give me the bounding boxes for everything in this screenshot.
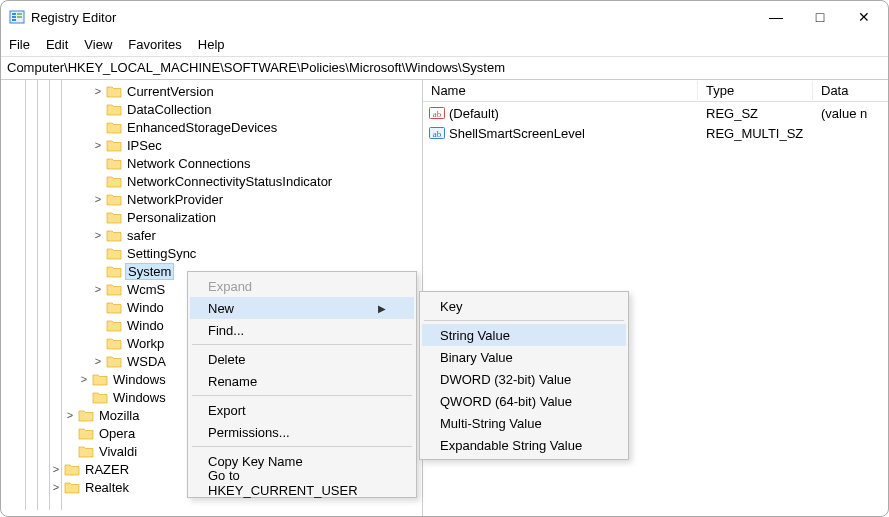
tree-node-label: SettingSync — [125, 246, 198, 261]
menu-item-label: QWORD (64-bit) Value — [440, 394, 572, 409]
tree-node-label: Vivaldi — [97, 444, 139, 459]
menu-item[interactable]: Permissions... — [190, 421, 414, 443]
chevron-right-icon: ▶ — [360, 303, 386, 314]
folder-icon — [92, 372, 108, 386]
menu-item-label: String Value — [440, 328, 510, 343]
folder-icon — [106, 174, 122, 188]
menu-item-label: New — [208, 301, 234, 316]
menu-item: Expand — [190, 275, 414, 297]
tree-node-label: RAZER — [83, 462, 131, 477]
menu-item-label: Multi-String Value — [440, 416, 542, 431]
menu-separator — [192, 395, 412, 396]
folder-icon — [106, 282, 122, 296]
folder-icon — [106, 138, 122, 152]
tree-node[interactable]: Personalization — [21, 208, 422, 226]
close-button[interactable]: ✕ — [842, 2, 886, 32]
expand-icon[interactable]: > — [91, 85, 105, 97]
expand-icon[interactable]: > — [63, 409, 77, 421]
menu-item-label: Copy Key Name — [208, 454, 303, 469]
menu-item[interactable]: Find... — [190, 319, 414, 341]
svg-rect-2 — [17, 13, 22, 15]
folder-icon — [64, 462, 80, 476]
menu-favorites[interactable]: Favorites — [124, 35, 191, 54]
tree-node[interactable]: NetworkConnectivityStatusIndicator — [21, 172, 422, 190]
expand-icon[interactable]: > — [49, 481, 63, 493]
menu-item-label: Permissions... — [208, 425, 290, 440]
value-icon: ab — [429, 125, 445, 141]
menu-item[interactable]: Multi-String Value — [422, 412, 626, 434]
column-data[interactable]: Data — [813, 81, 888, 100]
menu-item-label: DWORD (32-bit) Value — [440, 372, 571, 387]
tree-node[interactable]: >safer — [21, 226, 422, 244]
regedit-icon — [9, 9, 25, 25]
menu-view[interactable]: View — [80, 35, 122, 54]
folder-icon — [78, 444, 94, 458]
menu-item[interactable]: QWORD (64-bit) Value — [422, 390, 626, 412]
tree-node[interactable]: EnhancedStorageDevices — [21, 118, 422, 136]
value-type: REG_SZ — [706, 106, 821, 121]
menu-item[interactable]: DWORD (32-bit) Value — [422, 368, 626, 390]
menu-item[interactable]: Expandable String Value — [422, 434, 626, 456]
folder-icon — [78, 426, 94, 440]
menu-help[interactable]: Help — [194, 35, 235, 54]
minimize-button[interactable]: — — [754, 2, 798, 32]
tree-node[interactable]: >CurrentVersion — [21, 82, 422, 100]
tree-node-label: Windo — [125, 318, 166, 333]
expand-icon[interactable]: > — [49, 463, 63, 475]
menu-item-label: Delete — [208, 352, 246, 367]
expand-icon[interactable]: > — [77, 373, 91, 385]
menu-item[interactable]: Go to HKEY_CURRENT_USER — [190, 472, 414, 494]
expand-icon[interactable]: > — [91, 229, 105, 241]
folder-icon — [106, 264, 122, 278]
list-row[interactable]: ab(Default)REG_SZ(value n — [423, 103, 888, 123]
tree-node-label: Mozilla — [97, 408, 141, 423]
expand-icon[interactable]: > — [91, 193, 105, 205]
menu-item-label: Rename — [208, 374, 257, 389]
menu-item[interactable]: New▶ — [190, 297, 414, 319]
tree-node-label: EnhancedStorageDevices — [125, 120, 279, 135]
list-row[interactable]: abShellSmartScreenLevelREG_MULTI_SZ — [423, 123, 888, 143]
column-type[interactable]: Type — [698, 81, 813, 100]
tree-node-label: WcmS — [125, 282, 167, 297]
tree-node-label: Windo — [125, 300, 166, 315]
menu-item-label: Expandable String Value — [440, 438, 582, 453]
folder-icon — [106, 210, 122, 224]
menu-item-label: Export — [208, 403, 246, 418]
context-menu: ExpandNew▶Find...DeleteRenameExportPermi… — [187, 271, 417, 498]
menu-file[interactable]: File — [5, 35, 40, 54]
menu-item-label: Go to HKEY_CURRENT_USER — [208, 468, 386, 498]
svg-rect-5 — [12, 19, 16, 21]
expand-icon[interactable]: > — [91, 283, 105, 295]
folder-icon — [106, 156, 122, 170]
tree-node[interactable]: DataCollection — [21, 100, 422, 118]
menu-item[interactable]: Rename — [190, 370, 414, 392]
menu-item[interactable]: Key — [422, 295, 626, 317]
folder-icon — [106, 336, 122, 350]
menu-edit[interactable]: Edit — [42, 35, 78, 54]
menu-item[interactable]: String Value — [422, 324, 626, 346]
folder-icon — [106, 318, 122, 332]
folder-icon — [106, 228, 122, 242]
folder-icon — [106, 120, 122, 134]
tree-node-label: WSDA — [125, 354, 168, 369]
menu-item[interactable]: Delete — [190, 348, 414, 370]
expand-icon[interactable]: > — [91, 355, 105, 367]
maximize-button[interactable]: □ — [798, 2, 842, 32]
tree-node[interactable]: >NetworkProvider — [21, 190, 422, 208]
svg-rect-4 — [17, 16, 22, 18]
menu-item[interactable]: Binary Value — [422, 346, 626, 368]
tree-node-label: CurrentVersion — [125, 84, 216, 99]
tree-node-label: safer — [125, 228, 158, 243]
folder-icon — [92, 390, 108, 404]
expand-icon[interactable]: > — [91, 139, 105, 151]
tree-node[interactable]: >IPSec — [21, 136, 422, 154]
address-bar[interactable]: Computer\HKEY_LOCAL_MACHINE\SOFTWARE\Pol… — [1, 57, 888, 80]
menu-item[interactable]: Export — [190, 399, 414, 421]
value-name: (Default) — [449, 106, 499, 121]
menu-item-label: Key — [440, 299, 462, 314]
folder-icon — [106, 354, 122, 368]
tree-node[interactable]: Network Connections — [21, 154, 422, 172]
column-name[interactable]: Name — [423, 81, 698, 100]
tree-node[interactable]: SettingSync — [21, 244, 422, 262]
menu-separator — [192, 344, 412, 345]
